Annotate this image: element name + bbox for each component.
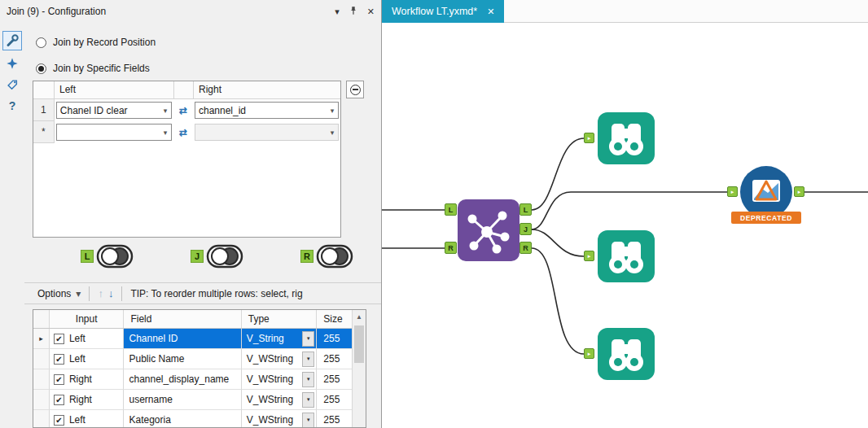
anchor-arrow-icon: ▸ — [588, 351, 591, 357]
join-tool[interactable] — [458, 199, 519, 261]
toolbar-separator — [89, 286, 90, 301]
field-row-public-name[interactable]: ✔Left Public Name V_WString▾ 255 — [33, 349, 366, 369]
help-icon: ? — [9, 99, 16, 112]
browse-middle-input-anchor[interactable]: ▸ — [584, 251, 594, 261]
arrows-column-header — [174, 81, 194, 98]
venn-diagram-icon — [206, 244, 243, 269]
left-field-value: Chanel ID clear — [57, 105, 160, 116]
binoculars-icon — [598, 230, 655, 282]
field-checkbox[interactable]: ✔ — [54, 374, 64, 385]
browse-bottom-input-anchor[interactable]: ▸ — [584, 348, 594, 359]
type-dropdown-button[interactable]: ▾ — [302, 372, 314, 387]
type-dropdown-button[interactable]: ▾ — [302, 352, 314, 367]
row-selector-cell: ▸ — [33, 329, 50, 349]
fields-grid: Input Field Type Size ▸ ✔Left Channel ID… — [33, 309, 366, 428]
right-venn-toggle[interactable] — [316, 244, 353, 271]
annotation-button[interactable] — [2, 75, 22, 94]
join-input-anchor-L[interactable]: L — [445, 203, 457, 216]
join-output-badge: J — [191, 250, 204, 263]
scrollbar-thumb[interactable] — [354, 325, 364, 363]
field-checkbox[interactable]: ✔ — [54, 395, 64, 405]
input-column-header: Input — [50, 310, 125, 328]
input-side: Right — [69, 373, 92, 385]
venn-diagram-icon — [96, 244, 134, 269]
anchor-arrow-icon: ▸ — [731, 189, 734, 195]
left-field-dropdown-empty[interactable]: ▾ — [56, 124, 172, 141]
options-button[interactable]: Options — [37, 288, 71, 299]
chevron-down-icon: ▾ — [160, 107, 171, 115]
alteryx-designer-window: Join (9) - Configuration ▾ ✕ ? Join by — [0, 0, 868, 428]
grid-vertical-scrollbar[interactable]: ▲ — [352, 310, 366, 427]
field-type: V_WString — [242, 373, 303, 385]
type-column-header: Type — [242, 310, 318, 328]
row-number: 1 — [33, 99, 55, 121]
panel-menu-caret-icon[interactable]: ▾ — [335, 7, 340, 17]
field-checkbox[interactable]: ✔ — [54, 415, 64, 426]
workflow-canvas[interactable]: L R L J R ▸ ▸ — [382, 23, 868, 428]
field-checkbox[interactable]: ✔ — [54, 334, 64, 344]
field-row-kategoria[interactable]: ✔Left Kategoria V_WString▾ 255 — [33, 410, 366, 428]
browse-tool-top[interactable] — [598, 112, 655, 164]
right-field-dropdown[interactable]: channel_id ▾ — [195, 102, 339, 119]
close-tab-icon[interactable]: ✕ — [487, 7, 494, 17]
options-toolbar: Options ▾ ↑ ↓ TIP: To reorder multiple r… — [24, 282, 381, 304]
radio-circle[interactable] — [36, 63, 46, 74]
navigation-button[interactable] — [2, 54, 22, 73]
field-row-channel-display-name[interactable]: ✔Right channel_display_name V_WString▾ 2… — [33, 369, 366, 390]
radio-join-by-specific-fields[interactable]: Join by Specific Fields — [36, 63, 150, 74]
field-checkbox[interactable]: ✔ — [54, 354, 64, 365]
compass-icon — [6, 57, 19, 70]
close-panel-icon[interactable]: ✕ — [367, 7, 375, 17]
browse-top-input-anchor[interactable]: ▸ — [584, 133, 594, 143]
field-column-header: Field — [124, 310, 241, 328]
venn-diagram-icon — [316, 244, 353, 269]
type-dropdown-button[interactable]: ▾ — [302, 413, 314, 428]
field-row-channel-id[interactable]: ▸ ✔Left Channel ID V_String▾ 255 — [33, 329, 366, 349]
left-venn-toggle[interactable] — [96, 244, 134, 271]
browse-tool-middle[interactable] — [598, 230, 655, 282]
deprecated-output-anchor[interactable]: ▸ — [794, 186, 804, 197]
pin-icon[interactable] — [349, 6, 358, 18]
deprecated-badge: DEPRECATED — [731, 212, 801, 224]
remove-join-row-button[interactable] — [346, 81, 364, 98]
anchor-arrow-icon: ▸ — [588, 253, 591, 260]
row-selector-cell — [33, 369, 50, 390]
field-row-username[interactable]: ✔Right username V_WString▾ 255 — [33, 390, 366, 410]
configuration-wrench-button[interactable] — [2, 31, 22, 50]
join-output-anchor-R[interactable]: R — [519, 242, 532, 254]
left-output-badge: L — [81, 250, 94, 263]
left-field-dropdown[interactable]: Chanel ID clear ▾ — [56, 102, 172, 119]
move-row-down-button[interactable]: ↓ — [108, 287, 114, 299]
document-tabbar: Workflow LT.yxmd* ✕ — [382, 0, 868, 23]
right-column-header: Right — [194, 81, 340, 98]
right-output-badge: R — [300, 250, 313, 263]
type-dropdown-button[interactable]: ▾ — [302, 392, 314, 408]
field-name: username — [124, 390, 241, 410]
join-input-anchor-R[interactable]: R — [445, 242, 457, 254]
join-output-anchor-J[interactable]: J — [519, 223, 532, 235]
type-dropdown-button[interactable]: ▾ — [302, 331, 314, 347]
deprecated-charting-tool[interactable] — [740, 166, 792, 218]
input-side: Left — [69, 353, 85, 365]
join-output-anchor-L[interactable]: L — [519, 203, 532, 216]
scroll-up-button[interactable]: ▲ — [353, 310, 366, 324]
browse-tool-bottom[interactable] — [598, 328, 655, 380]
right-field-dropdown-empty[interactable]: ▾ — [195, 124, 339, 141]
tab-workflow-lt[interactable]: Workflow LT.yxmd* ✕ — [382, 0, 504, 23]
field-type: V_String — [242, 333, 303, 344]
fields-grid-header: Input Field Type Size — [33, 310, 366, 329]
deprecated-input-anchor[interactable]: ▸ — [727, 186, 738, 197]
radio-label: Join by Record Position — [53, 37, 156, 48]
radio-join-by-record-position[interactable]: Join by Record Position — [36, 37, 156, 48]
row-number: * — [33, 121, 55, 143]
binoculars-icon — [598, 112, 655, 164]
move-row-up-button[interactable]: ↑ — [98, 287, 103, 299]
join-venn-toggle[interactable] — [206, 244, 243, 271]
help-button[interactable]: ? — [2, 96, 22, 116]
radio-circle[interactable] — [36, 37, 46, 48]
minus-circle-icon — [350, 85, 361, 95]
tab-title: Workflow LT.yxmd* — [392, 6, 477, 17]
row-pointer-icon: ▸ — [39, 334, 43, 343]
options-caret-icon[interactable]: ▾ — [76, 288, 81, 299]
field-name: channel_display_name — [124, 369, 241, 390]
